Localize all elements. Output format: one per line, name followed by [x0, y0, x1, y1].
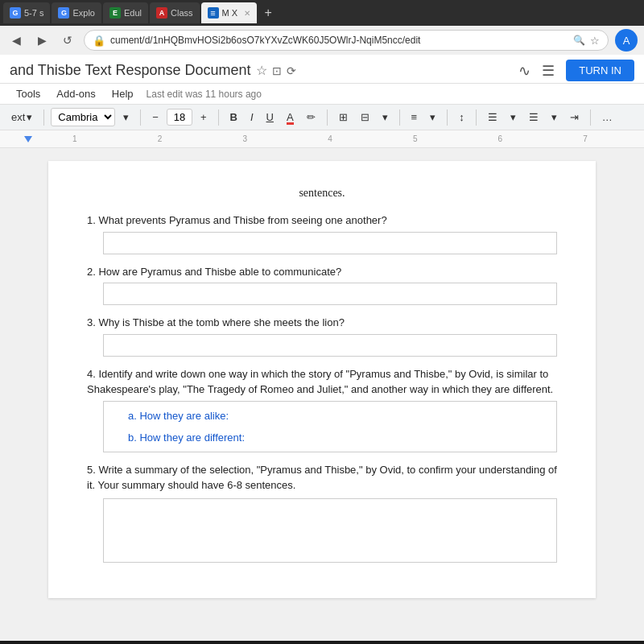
list-arrow-btn[interactable]: ▾ [506, 109, 521, 125]
user-icon[interactable]: A [615, 29, 638, 52]
q2-answer-box[interactable] [103, 283, 557, 305]
image-arrow-btn[interactable]: ▾ [378, 109, 393, 125]
ruler-triangle-icon [24, 136, 32, 142]
last-edit-text: Last edit was 11 hours ago [147, 89, 262, 100]
tab-new[interactable]: + [258, 3, 278, 23]
toolbar-sep-8 [590, 109, 591, 126]
menu-tools[interactable]: Tools [10, 85, 47, 102]
doc-title: and Thisbe Text Response Document [10, 62, 251, 79]
text-style-label: ext [11, 111, 25, 123]
q4-sub-box[interactable]: a. How they are alike: b. How they are d… [103, 401, 557, 452]
italic-button[interactable]: I [246, 109, 258, 125]
question-4-text: 4. Identify and write down one way in wh… [87, 366, 557, 398]
ruler-mark-2: 2 [158, 134, 163, 143]
underline-button[interactable]: U [262, 109, 279, 125]
tab-favicon-e: E [109, 7, 121, 19]
tab-label-5-7s: 5-7 s [24, 8, 43, 18]
q2-number: 2. [87, 266, 98, 278]
activity-icon[interactable]: ∿ [518, 62, 530, 80]
doc-heading: sentences. [87, 187, 557, 200]
indent-button[interactable]: ⇥ [565, 109, 584, 125]
bold-button[interactable]: B [225, 109, 242, 125]
image-button[interactable]: ⊟ [356, 109, 374, 125]
ruler-mark-1: 1 [72, 134, 77, 143]
doc-page: sentences. 1. What prevents Pyramus and … [48, 161, 596, 598]
text-style-arrow-icon: ▾ [27, 111, 32, 123]
font-arrow-btn[interactable]: ▾ [118, 109, 134, 125]
paint-format-button[interactable]: ✏ [302, 109, 320, 125]
more-button[interactable]: … [597, 109, 617, 125]
link-button[interactable]: ⊞ [334, 109, 353, 125]
q1-number: 1. [87, 214, 98, 226]
menu-addons[interactable]: Add-ons [50, 85, 101, 102]
font-size-increase[interactable]: + [196, 109, 212, 125]
toolbar-sep-5 [399, 109, 400, 126]
q3-content: Why is Thisbe at the tomb where she meet… [98, 316, 344, 328]
q3-answer-box[interactable] [103, 334, 557, 357]
q4-sub-a: a. How they are alike: [128, 410, 551, 422]
question-1-text: 1. What prevents Pyramus and Thisbe from… [87, 213, 557, 229]
q5-content: Write a summary of the selection, "Pyram… [87, 464, 557, 492]
doc-icon[interactable]: ☰ [542, 62, 555, 80]
tab-edul[interactable]: E Edul [103, 2, 148, 23]
ruler-mark-4: 4 [328, 134, 332, 143]
forward-button[interactable]: ▶ [32, 31, 52, 50]
tab-favicon-a: A [156, 7, 167, 19]
line-spacing-button[interactable]: ↕ [454, 109, 469, 125]
text-style-dropdown[interactable]: ext ▾ [6, 109, 37, 125]
toolbar-sep-6 [447, 109, 448, 126]
tab-favicon-g1: G [10, 7, 21, 19]
tab-class[interactable]: A Class [150, 2, 200, 23]
menu-help[interactable]: Help [105, 85, 140, 102]
address-input[interactable]: 🔒 cument/d/1nHQBmvHOSi2b6osO7kYXvZcWK60J… [84, 30, 609, 51]
align-button[interactable]: ≡ [407, 109, 423, 125]
ruler-mark-5: 5 [413, 134, 418, 143]
font-size-input[interactable] [167, 109, 192, 126]
doc-area: sentences. 1. What prevents Pyramus and … [0, 148, 644, 641]
tab-label-edul: Edul [124, 8, 142, 18]
gdocs-menu-bar: Tools Add-ons Help Last edit was 11 hour… [0, 84, 644, 105]
bookmark-icon[interactable]: ⊡ [272, 64, 282, 77]
list-arrow2-btn[interactable]: ▾ [547, 109, 562, 125]
q5-number: 5. [87, 464, 98, 476]
address-text: cument/d/1nHQBmvHOSi2b6osO7kYXvZcWK60J5O… [110, 35, 568, 46]
tab-label-active: M X [222, 8, 238, 18]
lock-icon: 🔒 [93, 35, 105, 47]
turn-in-button[interactable]: TURN IN [566, 60, 634, 81]
toolbar-sep-4 [327, 109, 328, 126]
q1-content: What prevents Pyramus and Thisbe from se… [98, 214, 386, 226]
q4-number: 4. [87, 368, 98, 380]
star-icon[interactable]: ☆ [590, 35, 600, 47]
question-2-text: 2. How are Pyramus and Thisbe able to co… [87, 264, 557, 280]
reload-button[interactable]: ↺ [58, 31, 77, 50]
ruler-mark-3: 3 [242, 134, 247, 143]
tab-label-explo: Explo [72, 8, 95, 18]
numbered-list-button[interactable]: ☰ [524, 109, 543, 125]
toolbar-sep-1 [43, 109, 44, 126]
tab-favicon-m: ≡ [208, 7, 219, 19]
q1-answer-box[interactable] [103, 232, 557, 254]
list-button[interactable]: ☰ [483, 109, 502, 125]
question-3-text: 3. Why is Thisbe at the tomb where she m… [87, 315, 557, 331]
tab-close-icon[interactable]: ✕ [244, 9, 250, 18]
question-5-text: 5. Write a summary of the selection, "Py… [87, 462, 557, 493]
font-color-button[interactable]: A [282, 109, 299, 125]
tab-5-7s[interactable]: G 5-7 s [3, 2, 50, 23]
font-family-select[interactable]: Cambria [51, 108, 115, 126]
align-arrow-btn[interactable]: ▾ [425, 109, 440, 125]
cloud-sync-icon[interactable]: ⟳ [287, 64, 296, 77]
star-icon[interactable]: ☆ [256, 63, 267, 78]
ruler-marks: 1 2 3 4 5 6 7 [32, 134, 628, 143]
toolbar-sep-3 [218, 109, 219, 126]
back-button[interactable]: ◀ [6, 31, 26, 50]
address-bar: ◀ ▶ ↺ 🔒 cument/d/1nHQBmvHOSi2b6osO7kYXvZ… [0, 26, 644, 55]
q4-sub-b: b. How they are different: [128, 431, 551, 444]
gdocs-title-bar: and Thisbe Text Response Document ☆ ⊡ ⟳ … [0, 55, 644, 84]
ruler-mark-6: 6 [498, 134, 503, 143]
tab-active[interactable]: ≡ M X ✕ [201, 2, 258, 23]
tab-explo[interactable]: G Explo [52, 2, 101, 23]
question-4-block: 4. Identify and write down one way in wh… [87, 366, 557, 452]
font-size-decrease[interactable]: − [147, 109, 163, 125]
gdocs-toolbar: ext ▾ Cambria ▾ − + B I U A ✏ ⊞ ⊟ ▾ ≡ ▾ … [0, 105, 644, 130]
q5-answer-box[interactable] [103, 498, 557, 563]
